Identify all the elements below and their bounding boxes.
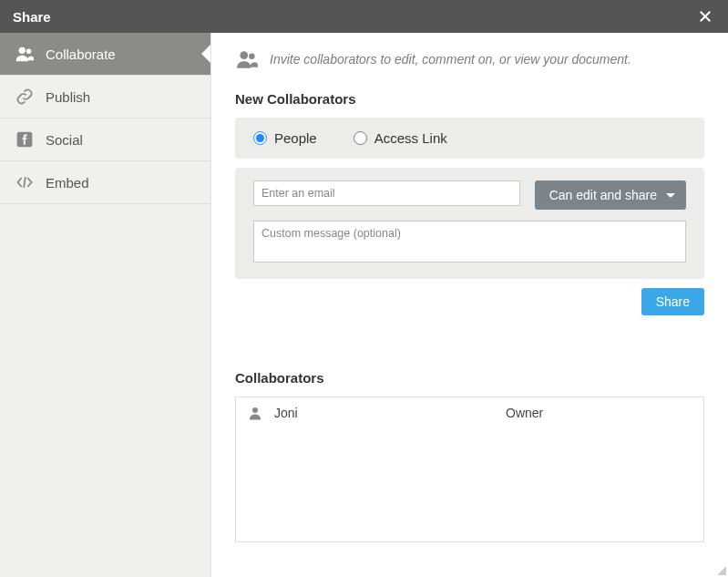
tab-label: Embed [46,175,89,191]
person-icon [247,405,263,421]
collaborator-name: Joni [274,406,298,420]
radio-access-link-label: Access Link [374,130,447,146]
invite-panel: Can edit and share [235,168,704,279]
code-icon [15,172,35,192]
svg-line-5 [24,177,26,188]
radio-panel: People Access Link [235,118,704,159]
collaborator-role: Owner [506,406,543,420]
collaborators-list: Joni Owner [235,397,704,542]
permission-dropdown[interactable]: Can edit and share [535,180,686,210]
svg-point-6 [240,51,248,59]
people-icon [15,44,35,64]
radio-access-link[interactable]: Access Link [354,130,447,146]
share-button[interactable]: Share [641,288,704,315]
radio-people[interactable]: People [253,130,317,146]
tab-social[interactable]: Social [0,118,210,161]
tab-label: Social [46,132,83,148]
resize-grip-icon[interactable] [717,566,726,575]
dialog-title: Share [13,9,51,25]
svg-point-3 [26,49,32,55]
tab-publish[interactable]: Publish [0,76,210,118]
svg-point-2 [19,47,26,54]
tab-label: Publish [46,89,90,105]
link-icon [15,87,35,107]
tab-embed[interactable]: Embed [0,161,210,204]
people-icon [235,47,259,71]
radio-people-label: People [274,130,317,146]
tab-label: Collaborate [46,46,116,62]
radio-access-link-input[interactable] [354,131,367,145]
email-field[interactable] [253,180,520,206]
radio-people-input[interactable] [253,131,267,145]
close-icon[interactable] [695,6,715,26]
tab-collaborate[interactable]: Collaborate [0,33,210,76]
permission-label: Can edit and share [549,188,657,202]
collaborator-row: Joni Owner [236,397,703,428]
svg-point-8 [252,407,258,413]
chevron-down-icon [666,193,675,198]
custom-message-field[interactable] [253,221,686,263]
collaborators-heading: Collaborators [235,370,704,386]
facebook-icon [15,129,35,149]
intro-text: Invite collaborators to edit, comment on… [270,52,631,67]
svg-point-7 [249,54,255,60]
new-collaborators-heading: New Collaborators [235,91,704,107]
